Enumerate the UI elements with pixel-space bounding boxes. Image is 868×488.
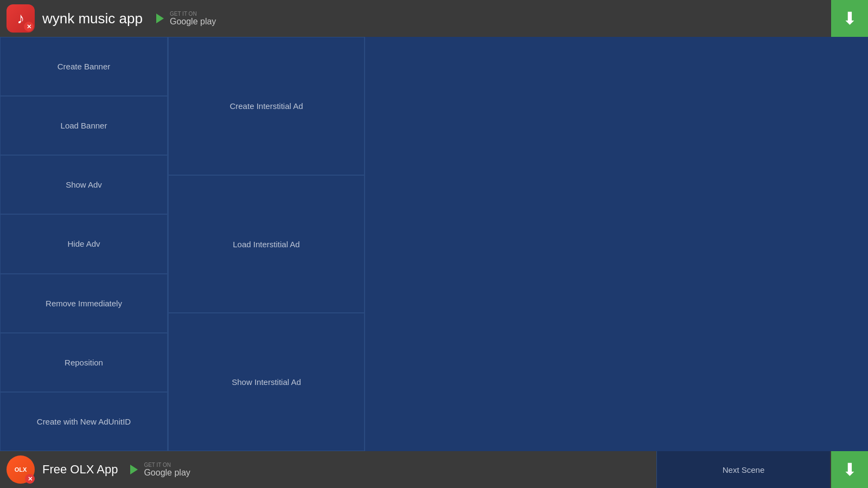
left-panel: Create Banner Load Banner Show Adv Hide …: [0, 37, 168, 451]
app-logo: ✕: [7, 4, 35, 33]
google-play-text-header: GET IT ON Google play: [170, 11, 216, 27]
main-content: Create Banner Load Banner Show Adv Hide …: [0, 37, 868, 451]
bottom-download-button[interactable]: ⬇: [831, 451, 868, 488]
app-title: wynk music app: [42, 10, 143, 27]
remove-immediately-button[interactable]: Remove Immediately: [0, 274, 168, 333]
svg-marker-0: [156, 14, 164, 23]
create-banner-button[interactable]: Create Banner: [0, 37, 168, 96]
show-adv-button[interactable]: Show Adv: [0, 155, 168, 214]
google-play-text-bottom: GET IT ON Google play: [144, 462, 190, 478]
logo-x-badge: ✕: [24, 22, 34, 31]
google-play-badge-bottom[interactable]: GET IT ON Google play: [127, 462, 190, 478]
bottom-download-icon: ⬇: [843, 459, 857, 480]
reposition-button[interactable]: Reposition: [0, 333, 168, 392]
hide-adv-button[interactable]: Hide Adv: [0, 214, 168, 273]
load-banner-button[interactable]: Load Banner: [0, 96, 168, 155]
olx-x-badge: ✕: [25, 474, 35, 484]
svg-marker-1: [130, 465, 138, 474]
bottom-bar: ✕ Free OLX App GET IT ON Google play Nex…: [0, 451, 868, 488]
header-download-button[interactable]: ⬇: [831, 0, 868, 37]
google-play-icon: [154, 12, 167, 25]
next-scene-button[interactable]: Next Scene: [656, 451, 830, 488]
download-arrow-icon: ⬇: [843, 8, 857, 29]
olx-logo: ✕: [7, 455, 35, 484]
right-panel: [365, 37, 868, 451]
create-new-adunit-button[interactable]: Create with New AdUnitID: [0, 392, 168, 451]
google-play-badge-header[interactable]: GET IT ON Google play: [154, 11, 216, 27]
middle-panel: Create Interstitial Ad Load Interstitial…: [168, 37, 365, 451]
load-interstitial-button[interactable]: Load Interstitial Ad: [168, 175, 365, 313]
show-interstitial-button[interactable]: Show Interstitial Ad: [168, 313, 365, 451]
bottom-app-name: Free OLX App: [42, 463, 118, 477]
header: ✕ wynk music app GET IT ON Google play ⬇: [0, 0, 868, 37]
google-play-icon-bottom: [127, 463, 141, 476]
create-interstitial-button[interactable]: Create Interstitial Ad: [168, 37, 365, 175]
